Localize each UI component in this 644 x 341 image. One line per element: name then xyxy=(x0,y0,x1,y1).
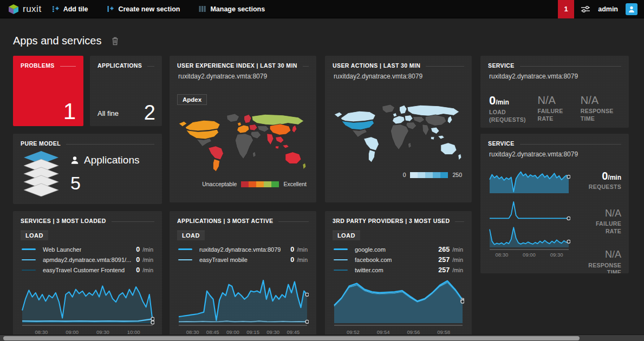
tile-applications[interactable]: APPLICATIONS All fine 2 xyxy=(90,56,162,126)
tile-title: USER ACTIONS | LAST 30 MIN xyxy=(333,62,420,69)
person-icon xyxy=(628,5,635,13)
tile-subtitle: ruxitday2.dynatrace.vmta:8079 xyxy=(480,69,629,80)
layer-stack-icon xyxy=(21,150,62,196)
legend-row[interactable]: facebook.com 257/min xyxy=(325,254,472,265)
problem-count-badge[interactable]: 1 xyxy=(558,0,574,18)
delete-dashboard-icon[interactable] xyxy=(111,36,119,45)
sparkline-x-axis: 08:30 09:00 09:30 xyxy=(488,252,570,258)
tile-problems[interactable]: PROBLEMS 1 xyxy=(13,56,83,126)
user-actions-legend: 0 250 xyxy=(325,168,472,178)
problems-count: 1 xyxy=(63,100,76,123)
tile-subtitle: ruxitday2.dynatrace.vmta:8079 xyxy=(480,147,629,158)
create-section-icon xyxy=(106,5,114,13)
navbar-right: 1 admin xyxy=(558,0,644,18)
ruxit-cube-icon xyxy=(8,3,19,15)
apdex-world-map xyxy=(177,109,309,175)
tile-title: APPLICATIONS | 3 MOST ACTIVE xyxy=(177,218,273,224)
dashboard: ruxit Add tile Create new section Manage… xyxy=(0,0,644,341)
legend-row[interactable]: easyTravel Customer Frontend 0/min xyxy=(13,265,162,275)
metric-failure-rate: N/A FAILURE RATE xyxy=(538,94,581,123)
providers-load-chart xyxy=(333,278,464,326)
tile-applications-most-active[interactable]: APPLICATIONS | 3 MOST ACTIVE LOAD ruxitd… xyxy=(170,211,316,336)
legend-row[interactable]: ruxitday2.dynatrace.vmta:8079 0/min xyxy=(170,244,316,254)
metric-requests: 0/min REQUESTS xyxy=(570,170,621,191)
legend-row[interactable]: twitter.com 257/min xyxy=(325,265,472,275)
tile-title: SERVICES | 3 MOST LOADED xyxy=(21,218,106,224)
applications-load-chart xyxy=(177,274,309,326)
legend-min-label: Unacceptable xyxy=(202,181,237,187)
manage-sections-icon xyxy=(198,5,206,13)
apdex-legend: Unacceptable Excellent xyxy=(170,178,316,187)
nav-create-section[interactable]: Create new section xyxy=(106,5,180,13)
legend-max-label: 250 xyxy=(452,172,462,178)
apdex-legend-scale xyxy=(241,181,279,187)
tile-service-summary[interactable]: SERVICE ruxitday2.dynatrace.vmta:8079 0/… xyxy=(480,56,629,128)
legend-row[interactable]: google.com 265/min xyxy=(325,244,472,254)
metric-response-time: N/A RESPONSE TIME xyxy=(570,250,621,273)
failure-rate-sparkline xyxy=(488,198,570,223)
tile-services-most-loaded[interactable]: SERVICES | 3 MOST LOADED LOAD Web Launch… xyxy=(13,211,162,336)
tile-title: APPLICATIONS xyxy=(97,62,142,69)
metric-response-time: N/A RESPONSE TIME xyxy=(581,94,623,123)
logo-text: ruxit xyxy=(23,4,42,15)
tile-title: SERVICE xyxy=(488,140,515,147)
user-actions-legend-scale xyxy=(410,172,448,178)
legend-max-label: Excellent xyxy=(283,181,307,187)
services-load-chart xyxy=(21,278,154,326)
user-actions-world-map xyxy=(332,100,465,166)
tile-service-charts[interactable]: SERVICE ruxitday2.dynatrace.vmta:8079 08… xyxy=(480,134,629,273)
nav-label: Add tile xyxy=(63,5,88,13)
tile-title: PURE MODEL xyxy=(21,140,61,147)
legend-min-label: 0 xyxy=(403,172,406,178)
nav-add-tile[interactable]: Add tile xyxy=(51,5,88,13)
nav-label: Manage sections xyxy=(210,5,265,13)
pure-model-label: Applications xyxy=(84,154,139,166)
tile-providers-most-used[interactable]: 3RD PARTY PROVIDERS | 3 MOST USED LOAD g… xyxy=(325,211,472,336)
legend-row[interactable]: apmday2.dynatrace.vmta:8091/... 0/min xyxy=(13,254,162,265)
nav-label: Create new section xyxy=(118,5,180,13)
tile-title: 3RD PARTY PROVIDERS | 3 MOST USED xyxy=(333,218,450,224)
tile-title: PROBLEMS xyxy=(21,62,55,69)
tile-pure-model[interactable]: PURE MODEL Applications 5 xyxy=(13,134,162,204)
load-group-label: LOAD xyxy=(333,231,360,240)
tile-user-actions[interactable]: USER ACTIONS | LAST 30 MIN ruxitday2.dyn… xyxy=(325,56,472,202)
settings-sliders-icon[interactable] xyxy=(581,5,590,14)
tile-title: SERVICE xyxy=(488,62,515,69)
horizontal-scrollbar xyxy=(0,335,644,341)
applications-count: 2 xyxy=(144,102,155,123)
metric-failure-rate: N/A FAILURE RATE xyxy=(570,208,621,235)
applications-person-icon xyxy=(70,156,79,165)
metric-load: 0/min LOAD (REQUESTS) xyxy=(489,94,538,123)
applications-status: All fine xyxy=(97,109,119,117)
requests-sparkline xyxy=(488,166,570,196)
legend-row[interactable]: Web Launcher 0/min xyxy=(13,244,162,254)
legend-row[interactable]: easyTravel mobile 0/min xyxy=(170,254,316,265)
page-title-row: Apps and services xyxy=(13,35,119,47)
page-title: Apps and services xyxy=(13,35,101,47)
pure-model-count: 5 xyxy=(70,174,139,192)
tile-subtitle: ruxitday2.dynatrace.vmta:8079 xyxy=(170,69,316,80)
response-time-sparkline xyxy=(488,224,570,250)
ruxit-logo[interactable]: ruxit xyxy=(0,3,51,15)
nav-manage-sections[interactable]: Manage sections xyxy=(198,5,265,13)
tile-subtitle: ruxitday2.dynatrace.vmta:8079 xyxy=(325,69,472,80)
scrollbar-thumb[interactable] xyxy=(3,336,580,340)
user-avatar[interactable] xyxy=(626,3,638,15)
load-group-label: LOAD xyxy=(177,231,205,240)
load-group-label: LOAD xyxy=(21,231,48,240)
username[interactable]: admin xyxy=(598,5,618,13)
add-tile-icon xyxy=(51,5,60,13)
tile-user-experience-index[interactable]: USER EXPERIENCE INDEX | LAST 30 MIN ruxi… xyxy=(170,56,316,202)
tile-title: USER EXPERIENCE INDEX | LAST 30 MIN xyxy=(177,62,297,69)
top-navbar: ruxit Add tile Create new section Manage… xyxy=(0,0,644,18)
apdex-chip[interactable]: Apdex xyxy=(177,94,207,105)
